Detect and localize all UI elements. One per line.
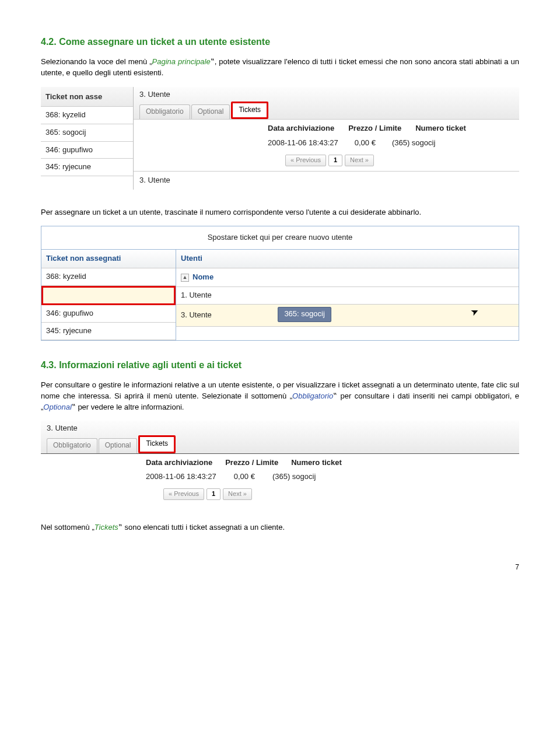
cell-data: 2008-11-06 18:43:27 — [268, 138, 338, 149]
ticket-row[interactable]: 368: kyzelid — [41, 107, 133, 124]
tab-optional[interactable]: Optional — [191, 104, 230, 119]
submenu-optional: Optional — [43, 403, 71, 411]
pager-next[interactable]: Next » — [223, 488, 252, 500]
ticket-non-assegnati-header: Ticket non assegnati — [41, 250, 176, 268]
screenshot-2: Spostare ticket qui per creare nuovo ute… — [41, 226, 519, 340]
col-numero: Numero ticket — [291, 457, 342, 469]
text: ‟ per vedere le altre informazioni. — [72, 403, 184, 411]
tab-obbligatorio[interactable]: Obbligatorio — [139, 104, 190, 119]
link-pagina-principale: Pagina principale — [152, 57, 211, 66]
nome-label: Nome — [192, 272, 214, 283]
text: Selezionando la voce del menù „ — [41, 57, 152, 66]
ticket-data-row: 2008-11-06 18:43:27 0,00 € (365) sogocij — [134, 137, 519, 152]
ticket-row[interactable]: 345: ryjecune — [41, 159, 133, 176]
tab-optional[interactable]: Optional — [99, 438, 138, 453]
cell-prezzo: 0,00 € — [234, 471, 255, 483]
ticket-row[interactable]: 346: gupufiwo — [41, 142, 133, 159]
ticket-data-row: 2008-11-06 18:43:27 0,00 € (365) sogocij — [41, 470, 519, 486]
col-prezzo: Prezzo / Limite — [348, 123, 401, 134]
cell-data: 2008-11-06 18:43:27 — [146, 471, 216, 483]
pager-current[interactable]: 1 — [328, 155, 342, 166]
pager-current[interactable]: 1 — [206, 488, 220, 500]
drag-chip[interactable]: 365: sogocij — [278, 307, 331, 322]
user-header: 3. Utente — [139, 89, 514, 100]
col-data: Data archiviazione — [146, 457, 212, 469]
page-number: 7 — [41, 562, 519, 572]
tab-tickets[interactable]: Tickets — [231, 102, 268, 119]
col-numero: Numero ticket — [415, 123, 466, 134]
ticket-row-dragged[interactable] — [41, 286, 176, 305]
ticket-row[interactable]: 346: gupufiwo — [41, 305, 176, 323]
submenu-tickets: Tickets — [94, 523, 118, 532]
sort-by-nome[interactable]: ▲ Nome — [176, 268, 519, 287]
cursor-icon: ➤ — [468, 304, 481, 320]
col-data: Data archiviazione — [268, 123, 334, 134]
submenu-obbligatorio: Obbligatorio — [292, 392, 333, 400]
user-row[interactable]: 3. Utente — [134, 171, 519, 190]
tab-tickets[interactable]: Tickets — [138, 435, 176, 453]
screenshot-1: Ticket non asse 368: kyzelid 365: sogoci… — [41, 87, 519, 190]
col-prezzo: Prezzo / Limite — [225, 457, 278, 469]
footer-paragraph: Nel sottomenù „Tickets‟ sono elencati tu… — [41, 522, 519, 533]
user-row-drop-target[interactable]: 3. Utente 365: sogocij ➤ — [176, 305, 519, 327]
pager-previous[interactable]: « Previous — [285, 155, 326, 166]
sec42-p1: Selezionando la voce del menù „Pagina pr… — [41, 57, 519, 79]
pager-previous[interactable]: « Previous — [163, 488, 204, 500]
tab-obbligatorio[interactable]: Obbligatorio — [47, 438, 97, 453]
ticket-non-assegnati-header: Ticket non asse — [41, 87, 133, 107]
sort-asc-icon: ▲ — [181, 274, 189, 282]
section-heading-43: 4.3. Informazioni relative agli utenti e… — [41, 358, 519, 372]
utenti-header: Utenti — [176, 250, 519, 268]
text: Nel sottomenù „ — [41, 523, 94, 532]
ticket-row[interactable]: 368: kyzelid — [41, 268, 176, 286]
user-label: 3. Utente — [181, 310, 212, 319]
user-row[interactable]: 1. Utente — [176, 287, 519, 305]
ticket-row[interactable]: 365: sogocij — [41, 124, 133, 142]
sec42-p2: Per assegnare un ticket a un utente, tra… — [41, 207, 519, 218]
sec43-p1: Per consultare o gestire le informazioni… — [41, 380, 519, 413]
ticket-row[interactable]: 345: ryjecune — [41, 323, 176, 340]
drop-zone-hint[interactable]: Spostare ticket qui per creare nuovo ute… — [41, 226, 519, 250]
section-heading-42: 4.2. Come assegnare un ticket a un utent… — [41, 35, 519, 48]
cell-numero: (365) sogocij — [392, 138, 435, 149]
screenshot-3: 3. Utente Obbligatorio Optional Tickets … — [41, 421, 519, 505]
pager-next[interactable]: Next » — [345, 155, 374, 166]
cell-numero: (365) sogocij — [272, 471, 316, 483]
user-header: 3. Utente — [47, 423, 514, 434]
text: ‟ sono elencati tutti i ticket assegnati… — [118, 523, 285, 532]
cell-prezzo: 0,00 € — [355, 138, 376, 149]
